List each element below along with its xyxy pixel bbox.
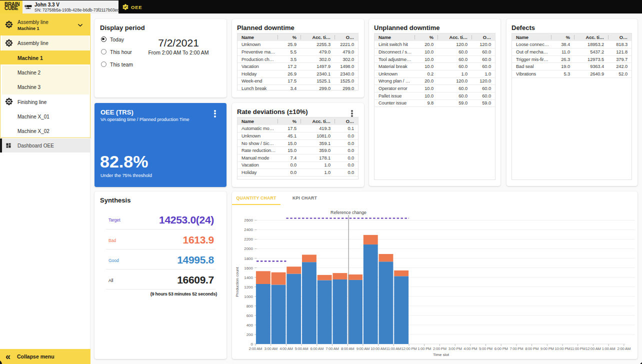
svg-text:2400: 2400 <box>244 228 253 232</box>
svg-text:4:00 AM: 4:00 AM <box>280 346 292 351</box>
svg-text:11:00 PM: 11:00 PM <box>570 346 586 351</box>
svg-text:0: 0 <box>251 342 254 346</box>
svg-text:6:00 AM: 6:00 AM <box>310 346 324 351</box>
svg-text:8:00 PM: 8:00 PM <box>525 346 538 351</box>
svg-text:12:00 PM: 12:00 PM <box>402 346 417 351</box>
svg-text:1400: 1400 <box>244 276 253 280</box>
svg-text:Time slot: Time slot <box>433 352 450 357</box>
svg-text:Production count: Production count <box>235 266 240 297</box>
svg-text:10:00 AM: 10:00 AM <box>370 346 386 351</box>
svg-text:2:00 AM: 2:00 AM <box>249 346 262 351</box>
svg-text:3:00 PM: 3:00 PM <box>448 346 462 351</box>
svg-text:7:00 PM: 7:00 PM <box>510 346 523 351</box>
svg-text:4:00 PM: 4:00 PM <box>464 346 477 351</box>
svg-text:2000: 2000 <box>244 246 253 251</box>
svg-text:Reference change: Reference change <box>330 210 366 215</box>
svg-text:800: 800 <box>246 304 254 308</box>
svg-text:1800: 1800 <box>244 256 253 261</box>
svg-text:9:00 PM: 9:00 PM <box>540 346 554 351</box>
svg-text:5:00 AM: 5:00 AM <box>295 346 308 351</box>
svg-text:1200: 1200 <box>244 285 253 290</box>
svg-text:7:00 AM: 7:00 AM <box>326 346 338 351</box>
svg-text:400: 400 <box>246 323 254 328</box>
svg-text:1600: 1600 <box>244 266 253 270</box>
svg-text:3:00 AM: 3:00 AM <box>264 346 277 351</box>
svg-text:200: 200 <box>246 332 254 337</box>
svg-text:9:00 AM: 9:00 AM <box>356 346 370 351</box>
svg-text:2:00 PM: 2:00 PM <box>433 346 446 351</box>
svg-text:1000: 1000 <box>244 294 253 299</box>
svg-text:11:00 AM: 11:00 AM <box>386 346 401 351</box>
svg-text:8:00 AM: 8:00 AM <box>341 346 354 351</box>
svg-text:12:00 AM: 12:00 AM <box>586 346 600 351</box>
svg-text:1:00 AM: 1:00 AM <box>602 346 615 351</box>
svg-text:5:00 PM: 5:00 PM <box>479 346 492 351</box>
svg-text:600: 600 <box>246 314 254 318</box>
svg-text:2:00 AM: 2:00 AM <box>618 346 630 351</box>
svg-text:2200: 2200 <box>244 237 253 242</box>
svg-text:1:00 PM: 1:00 PM <box>418 346 431 351</box>
svg-text:2600: 2600 <box>244 218 253 222</box>
svg-text:6:00 PM: 6:00 PM <box>494 346 508 351</box>
svg-text:10:00 PM: 10:00 PM <box>555 346 570 351</box>
